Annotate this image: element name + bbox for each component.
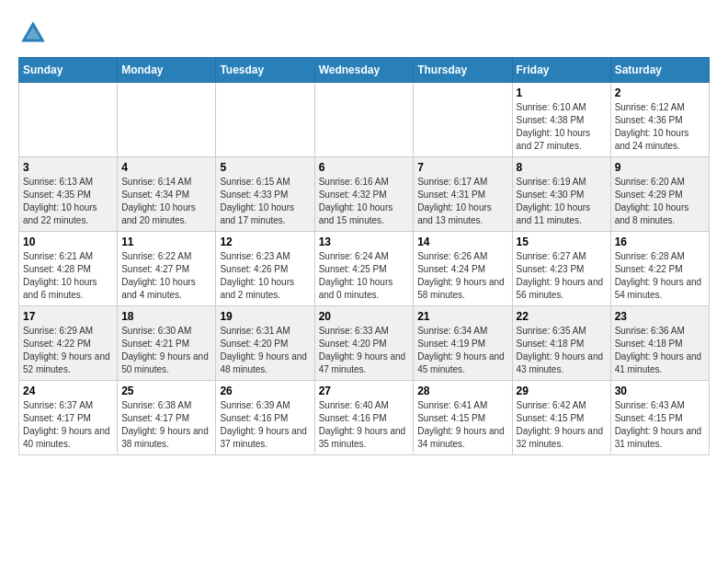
day-header-thursday: Thursday <box>414 58 512 83</box>
calendar-cell <box>414 83 512 157</box>
day-number: 19 <box>220 310 310 323</box>
calendar-cell: 23Sunrise: 6:36 AM Sunset: 4:18 PM Dayli… <box>610 306 709 381</box>
calendar-cell: 16Sunrise: 6:28 AM Sunset: 4:22 PM Dayli… <box>610 232 709 306</box>
day-number: 11 <box>121 236 211 248</box>
day-info: Sunrise: 6:16 AM Sunset: 4:32 PM Dayligh… <box>319 176 410 227</box>
day-info: Sunrise: 6:17 AM Sunset: 4:31 PM Dayligh… <box>417 176 507 227</box>
day-info: Sunrise: 6:42 AM Sunset: 4:15 PM Dayligh… <box>517 399 607 451</box>
day-info: Sunrise: 6:19 AM Sunset: 4:30 PM Dayligh… <box>517 176 607 227</box>
day-info: Sunrise: 6:12 AM Sunset: 4:36 PM Dayligh… <box>615 101 705 153</box>
calendar-cell: 17Sunrise: 6:29 AM Sunset: 4:22 PM Dayli… <box>19 306 118 381</box>
day-info: Sunrise: 6:41 AM Sunset: 4:15 PM Dayligh… <box>417 399 507 451</box>
day-info: Sunrise: 6:23 AM Sunset: 4:26 PM Dayligh… <box>220 250 310 302</box>
day-number: 20 <box>319 310 410 323</box>
day-header-tuesday: Tuesday <box>216 58 314 83</box>
calendar-cell: 24Sunrise: 6:37 AM Sunset: 4:17 PM Dayli… <box>19 381 118 455</box>
calendar-week-5: 24Sunrise: 6:37 AM Sunset: 4:17 PM Dayli… <box>19 381 710 455</box>
day-info: Sunrise: 6:31 AM Sunset: 4:20 PM Dayligh… <box>220 325 310 376</box>
calendar-cell: 29Sunrise: 6:42 AM Sunset: 4:15 PM Dayli… <box>512 381 610 455</box>
calendar-cell <box>314 83 414 157</box>
calendar-week-4: 17Sunrise: 6:29 AM Sunset: 4:22 PM Dayli… <box>19 306 710 381</box>
day-number: 22 <box>517 310 607 323</box>
calendar-cell: 18Sunrise: 6:30 AM Sunset: 4:21 PM Dayli… <box>118 306 216 381</box>
day-number: 27 <box>319 385 410 397</box>
calendar-cell: 9Sunrise: 6:20 AM Sunset: 4:29 PM Daylig… <box>610 157 709 232</box>
calendar-cell: 19Sunrise: 6:31 AM Sunset: 4:20 PM Dayli… <box>216 306 314 381</box>
calendar-cell: 6Sunrise: 6:16 AM Sunset: 4:32 PM Daylig… <box>314 157 414 232</box>
day-number: 2 <box>615 86 705 99</box>
calendar-cell: 12Sunrise: 6:23 AM Sunset: 4:26 PM Dayli… <box>216 232 314 306</box>
day-number: 21 <box>417 310 507 323</box>
calendar-cell: 13Sunrise: 6:24 AM Sunset: 4:25 PM Dayli… <box>314 232 414 306</box>
day-number: 30 <box>615 385 705 397</box>
calendar-cell: 25Sunrise: 6:38 AM Sunset: 4:17 PM Dayli… <box>118 381 216 455</box>
day-header-saturday: Saturday <box>610 58 709 83</box>
calendar-week-2: 3Sunrise: 6:13 AM Sunset: 4:35 PM Daylig… <box>19 157 710 232</box>
day-info: Sunrise: 6:37 AM Sunset: 4:17 PM Dayligh… <box>23 399 113 451</box>
calendar-cell: 15Sunrise: 6:27 AM Sunset: 4:23 PM Dayli… <box>512 232 610 306</box>
day-number: 4 <box>121 161 211 174</box>
day-number: 24 <box>23 385 113 397</box>
day-info: Sunrise: 6:24 AM Sunset: 4:25 PM Dayligh… <box>319 250 410 302</box>
day-info: Sunrise: 6:20 AM Sunset: 4:29 PM Dayligh… <box>615 176 705 227</box>
day-number: 5 <box>220 161 310 174</box>
day-number: 12 <box>220 236 310 248</box>
day-info: Sunrise: 6:38 AM Sunset: 4:17 PM Dayligh… <box>121 399 211 451</box>
day-number: 7 <box>417 161 507 174</box>
calendar-cell: 27Sunrise: 6:40 AM Sunset: 4:16 PM Dayli… <box>314 381 414 455</box>
calendar-cell: 5Sunrise: 6:15 AM Sunset: 4:33 PM Daylig… <box>216 157 314 232</box>
day-info: Sunrise: 6:27 AM Sunset: 4:23 PM Dayligh… <box>517 250 607 302</box>
calendar-cell: 21Sunrise: 6:34 AM Sunset: 4:19 PM Dayli… <box>414 306 512 381</box>
calendar-cell: 10Sunrise: 6:21 AM Sunset: 4:28 PM Dayli… <box>19 232 118 306</box>
day-info: Sunrise: 6:21 AM Sunset: 4:28 PM Dayligh… <box>23 250 113 302</box>
day-info: Sunrise: 6:28 AM Sunset: 4:22 PM Dayligh… <box>615 250 705 302</box>
day-info: Sunrise: 6:14 AM Sunset: 4:34 PM Dayligh… <box>121 176 211 227</box>
day-info: Sunrise: 6:34 AM Sunset: 4:19 PM Dayligh… <box>417 325 507 376</box>
header-row: SundayMondayTuesdayWednesdayThursdayFrid… <box>19 58 710 83</box>
calendar-table: SundayMondayTuesdayWednesdayThursdayFrid… <box>18 57 710 455</box>
logo <box>18 18 53 48</box>
day-header-sunday: Sunday <box>19 58 118 83</box>
calendar-cell: 22Sunrise: 6:35 AM Sunset: 4:18 PM Dayli… <box>512 306 610 381</box>
calendar-cell: 4Sunrise: 6:14 AM Sunset: 4:34 PM Daylig… <box>118 157 216 232</box>
day-number: 28 <box>417 385 507 397</box>
day-info: Sunrise: 6:22 AM Sunset: 4:27 PM Dayligh… <box>121 250 211 302</box>
day-number: 13 <box>319 236 410 248</box>
calendar-cell: 3Sunrise: 6:13 AM Sunset: 4:35 PM Daylig… <box>19 157 118 232</box>
day-number: 17 <box>23 310 113 323</box>
calendar-cell: 1Sunrise: 6:10 AM Sunset: 4:38 PM Daylig… <box>512 83 610 157</box>
calendar-cell: 8Sunrise: 6:19 AM Sunset: 4:30 PM Daylig… <box>512 157 610 232</box>
day-info: Sunrise: 6:36 AM Sunset: 4:18 PM Dayligh… <box>615 325 705 376</box>
calendar-cell: 20Sunrise: 6:33 AM Sunset: 4:20 PM Dayli… <box>314 306 414 381</box>
day-number: 6 <box>319 161 410 174</box>
calendar-cell: 2Sunrise: 6:12 AM Sunset: 4:36 PM Daylig… <box>610 83 709 157</box>
day-number: 14 <box>417 236 507 248</box>
calendar-cell: 11Sunrise: 6:22 AM Sunset: 4:27 PM Dayli… <box>118 232 216 306</box>
day-number: 8 <box>517 161 607 174</box>
calendar-cell: 14Sunrise: 6:26 AM Sunset: 4:24 PM Dayli… <box>414 232 512 306</box>
day-number: 9 <box>615 161 705 174</box>
day-number: 1 <box>517 86 607 99</box>
calendar-cell <box>19 83 118 157</box>
calendar-week-3: 10Sunrise: 6:21 AM Sunset: 4:28 PM Dayli… <box>19 232 710 306</box>
day-info: Sunrise: 6:43 AM Sunset: 4:15 PM Dayligh… <box>615 399 705 451</box>
day-number: 18 <box>121 310 211 323</box>
calendar-cell: 30Sunrise: 6:43 AM Sunset: 4:15 PM Dayli… <box>610 381 709 455</box>
calendar-week-1: 1Sunrise: 6:10 AM Sunset: 4:38 PM Daylig… <box>19 83 710 157</box>
day-header-wednesday: Wednesday <box>314 58 414 83</box>
calendar-cell <box>118 83 216 157</box>
calendar-cell <box>216 83 314 157</box>
day-number: 29 <box>517 385 607 397</box>
day-header-monday: Monday <box>118 58 216 83</box>
day-info: Sunrise: 6:33 AM Sunset: 4:20 PM Dayligh… <box>319 325 410 376</box>
day-info: Sunrise: 6:29 AM Sunset: 4:22 PM Dayligh… <box>23 325 113 376</box>
header <box>18 18 710 48</box>
calendar-cell: 28Sunrise: 6:41 AM Sunset: 4:15 PM Dayli… <box>414 381 512 455</box>
day-info: Sunrise: 6:15 AM Sunset: 4:33 PM Dayligh… <box>220 176 310 227</box>
day-info: Sunrise: 6:39 AM Sunset: 4:16 PM Dayligh… <box>220 399 310 451</box>
day-header-friday: Friday <box>512 58 610 83</box>
day-number: 3 <box>23 161 113 174</box>
day-info: Sunrise: 6:35 AM Sunset: 4:18 PM Dayligh… <box>517 325 607 376</box>
day-info: Sunrise: 6:13 AM Sunset: 4:35 PM Dayligh… <box>23 176 113 227</box>
day-number: 15 <box>517 236 607 248</box>
